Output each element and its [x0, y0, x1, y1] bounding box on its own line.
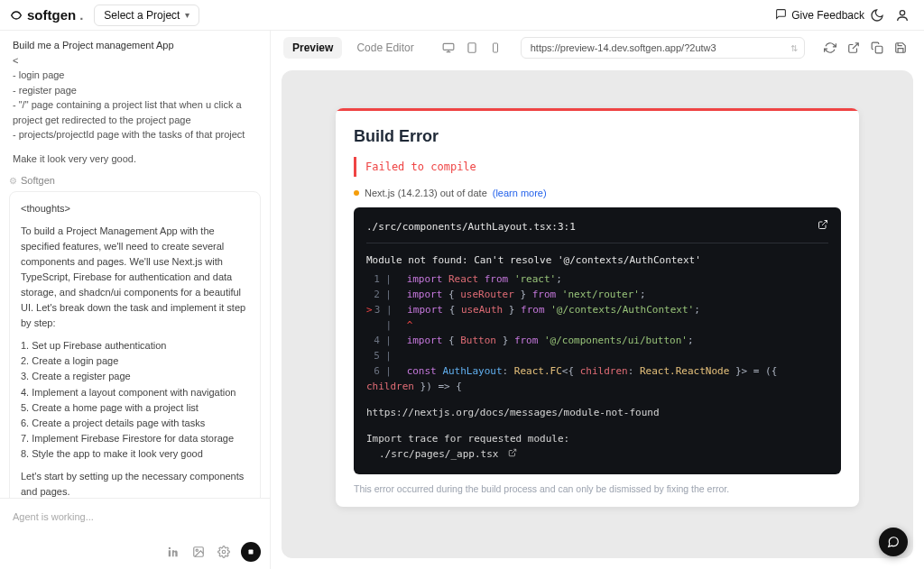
url-bar[interactable]: ⇅ [521, 37, 805, 59]
svg-point-2 [169, 547, 171, 549]
user-prompt-line: - register page [13, 83, 257, 98]
svg-point-5 [222, 550, 226, 554]
code-line: 2 | import { useRouter } from 'next/rout… [366, 287, 828, 302]
user-prompt-line: - projects/projectId page with the tasks… [13, 127, 257, 142]
open-external-button[interactable] [843, 37, 864, 59]
import-trace-file[interactable]: ./src/pages/_app.tsx [366, 446, 828, 462]
copy-button[interactable] [866, 37, 888, 59]
agent-name-label: ⚙ Softgen [9, 173, 261, 191]
code-line: 1 | import React from 'react'; [366, 271, 828, 287]
docs-link[interactable]: https://nextjs.org/docs/messages/module-… [366, 405, 828, 420]
image-icon[interactable] [190, 544, 207, 560]
refresh-button[interactable] [819, 37, 841, 59]
svg-rect-9 [493, 43, 497, 52]
module-not-found-message: Module not found: Can't resolve '@/conte… [366, 252, 828, 268]
open-external-icon [508, 449, 517, 459]
learn-more-link[interactable]: (learn more) [493, 188, 547, 198]
step-line: 8. Style the app to make it look very go… [21, 448, 203, 459]
svg-rect-1 [169, 550, 171, 556]
tab-preview[interactable]: Preview [283, 37, 342, 59]
settings-icon[interactable] [216, 544, 232, 560]
user-prompt-title: Build me a Project management App [13, 38, 257, 53]
import-trace-label: Import trace for requested module: [366, 431, 828, 446]
theme-toggle-button[interactable] [864, 3, 890, 28]
user-prompt: Build me a Project management App < - lo… [9, 36, 261, 173]
chevron-up-down-icon: ⇅ [790, 43, 798, 53]
agent-input-status: Agent is working... [9, 511, 261, 522]
give-feedback-button[interactable]: Give Feedback [775, 8, 864, 23]
step-line: 5. Create a home page with a project lis… [21, 402, 199, 413]
brand-name: softgen [27, 7, 76, 23]
outdate-row: Next.js (14.2.13) out of date (learn mor… [354, 188, 841, 198]
error-code-block: ./src/components/AuthLayout.tsx:3:1 Modu… [354, 207, 841, 474]
outdate-text: Next.js (14.2.13) out of date [365, 188, 487, 198]
chat-input-area: Agent is working... [0, 498, 270, 569]
error-footer: This error occurred during the build pro… [354, 474, 841, 494]
error-title: Build Error [354, 127, 841, 146]
chat-icon [775, 8, 787, 23]
svg-point-4 [196, 549, 198, 551]
project-selector[interactable]: Select a Project ▾ [94, 5, 199, 26]
warning-dot-icon [354, 190, 359, 196]
agent-response-card: <thoughts> To build a Project Management… [9, 191, 261, 498]
step-line: 2. Create a login page [21, 355, 118, 366]
code-line: 6 | const AuthLayout: React.FC<{ childre… [366, 363, 828, 394]
svg-rect-10 [875, 46, 882, 53]
device-mobile-button[interactable] [485, 37, 506, 59]
url-input[interactable] [521, 37, 805, 59]
code-line: >3 | import { useAuth } from '@/contexts… [366, 302, 828, 317]
brand-logo: softgen. [9, 7, 83, 23]
user-prompt-closing: Make it look very very good. [13, 151, 257, 167]
help-chat-button[interactable] [879, 528, 908, 556]
svg-rect-8 [468, 43, 476, 53]
user-prompt-angle: < [13, 53, 257, 69]
thoughts-body: To build a Project Management App with t… [21, 224, 249, 331]
tab-code-editor[interactable]: Code Editor [347, 37, 422, 59]
device-desktop-button[interactable] [438, 37, 459, 59]
open-in-editor-button[interactable] [818, 218, 828, 235]
step-line: 4. Implement a layout component with nav… [21, 387, 236, 398]
svg-point-0 [900, 10, 904, 14]
step-line: 3. Create a register page [21, 371, 131, 381]
user-prompt-line: - "/" page containing a project list tha… [13, 97, 257, 127]
compile-fail-message: Failed to compile [354, 157, 841, 177]
step-line: 1. Set up Firebase authentication [21, 340, 166, 351]
thoughts-open-tag: <thoughts> [21, 201, 249, 216]
svg-rect-6 [249, 550, 254, 555]
brand-mark-icon [9, 8, 23, 23]
build-error-card: Build Error Failed to compile Next.js (1… [336, 108, 859, 507]
user-menu-button[interactable] [890, 3, 915, 28]
gear-icon: ⚙ [9, 176, 17, 186]
code-line: | ^ [366, 317, 828, 333]
code-line: 4 | import { Button } from '@/components… [366, 333, 828, 348]
device-tablet-button[interactable] [461, 37, 483, 59]
project-selector-label: Select a Project [104, 9, 180, 22]
step-line: 7. Implement Firebase Firestore for data… [21, 433, 234, 444]
preview-toolbar: Preview Code Editor ⇅ [271, 31, 924, 65]
give-feedback-label: Give Feedback [791, 9, 864, 22]
preview-panel: Preview Code Editor ⇅ [271, 31, 924, 569]
step-line: 6. Create a project details page with ta… [21, 418, 205, 428]
stop-button[interactable] [241, 542, 261, 562]
code-line: 5 | [366, 348, 828, 363]
save-button[interactable] [890, 37, 911, 59]
linkedin-icon[interactable] [165, 544, 181, 560]
preview-frame: Build Error Failed to compile Next.js (1… [282, 70, 913, 558]
user-prompt-line: - login page [13, 68, 257, 83]
top-bar: softgen. Select a Project ▾ Give Feedbac… [0, 0, 924, 31]
chat-panel: Build me a Project management App < - lo… [0, 31, 271, 569]
svg-rect-7 [443, 43, 454, 50]
thoughts-start: Let's start by setting up the necessary … [21, 469, 249, 498]
error-file-path: ./src/components/AuthLayout.tsx:3:1 [366, 219, 576, 234]
chevron-down-icon: ▾ [185, 10, 189, 20]
